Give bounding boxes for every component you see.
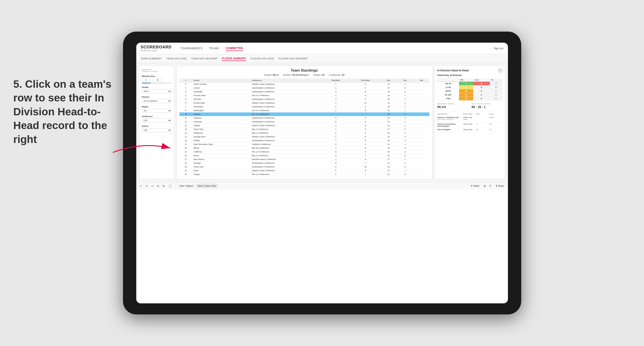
nav-items: TOURNAMENTS TEAMS COMMITTEE: [180, 45, 490, 51]
nav-teams[interactable]: TEAMS: [209, 46, 219, 51]
standings-row-18[interactable]: 18 Illinois Big Ten Conference 1 9 23 3: [180, 146, 430, 150]
region-select[interactable]: N/A: [142, 109, 172, 113]
h2h-row-26-50: 26-50 25 2 1: [437, 89, 502, 93]
tablet-screen: SCOREBOARD Powered by clippd TOURNAMENTS…: [136, 43, 508, 303]
school-select[interactable]: (All): [142, 128, 172, 132]
undo-btn[interactable]: ↩: [139, 184, 143, 188]
record-value: 86 - 26 - 1: [472, 105, 502, 109]
logo-text: SCOREBOARD: [141, 45, 172, 49]
standings-row-10[interactable]: 10 Alabama Southeastern Conference 5 8 2…: [180, 116, 430, 120]
h2h-col-tie: Tie: [490, 78, 502, 82]
min-rounds-max-input[interactable]: [153, 78, 162, 82]
col-rank: #: [180, 78, 192, 82]
division-label: Division: [142, 96, 172, 98]
standings-row-9[interactable]: 9 Arizona Pac-12 Conference 24 1: [180, 112, 430, 116]
subnav-team-summary[interactable]: TEAM SUMMARY: [141, 56, 162, 61]
tournament-row[interactable]: Jackson T. Stephens Cup Men's Match Play…: [437, 116, 502, 122]
toolbar-sep1: [175, 184, 176, 188]
top-nav: SCOREBOARD Powered by clippd TOURNAMENTS…: [136, 43, 508, 54]
standings-row-12[interactable]: 12 Virginia Atlantic Coast Conference 3 …: [180, 124, 430, 128]
standings-row-11[interactable]: 11 Arkansas Southeastern Conference 6 8 …: [180, 120, 430, 124]
col-reg-rank: Reg Rank: [322, 78, 350, 82]
standings-row-14[interactable]: 14 Oklahoma Big 12 Conference 5 8 24 2: [180, 131, 430, 135]
nav-committee[interactable]: COMMITTEE: [226, 45, 243, 51]
standings-row-13[interactable]: 13 Texas Tech Big 12 Conference 1 9 27 2: [180, 128, 430, 131]
standings-row-4[interactable]: 4 Arizona State Pac-12 Conference 4 9 26…: [180, 94, 430, 97]
logo-sub: Powered by clippd: [141, 49, 172, 52]
h2h-header: In Division Head-to-Head ✕: [437, 68, 502, 72]
redo-left-btn[interactable]: ↺: [145, 184, 149, 188]
rounds-slider[interactable]: [142, 83, 172, 84]
h2h-title: In Division Head-to-Head: [437, 69, 469, 72]
paste-btn[interactable]: ⊕: [162, 184, 166, 188]
standings-row-15[interactable]: 15 Georgia Tech Atlantic Coast Conferenc…: [180, 135, 430, 139]
arrow-graphic: [108, 139, 175, 158]
copy-btn[interactable]: ⧉: [156, 184, 160, 188]
h2h-col-win: Win: [459, 78, 474, 82]
h2h-col-loss: Loss: [473, 78, 490, 82]
col-school: School: [192, 78, 251, 82]
standings-row-25[interactable]: 25 Oregon Pac-12 Conference 5 7 21 0: [180, 173, 430, 176]
subnav-player-h2h-grid[interactable]: PLAYER H2H GRID: [251, 56, 274, 61]
standings-meta: Gender: Men's Division: NCAA Division I …: [180, 74, 430, 76]
tournament-table-header: Tournament Event Type Pos Score: [437, 113, 502, 115]
standings-row-22[interactable]: 22 Georgia Southeastern Conference 8 7 2…: [180, 161, 430, 165]
share-btn[interactable]: ⬆ Share: [494, 184, 505, 187]
tourn-col-pos: Pos: [476, 113, 489, 115]
redo-btn[interactable]: ↪: [150, 184, 154, 188]
subnav-player-summary[interactable]: PLAYER SUMMARY: [222, 56, 246, 61]
tourn-col-type: Event Type: [463, 113, 476, 115]
standings-row-20[interactable]: 20 Texas Big 12 Conference 3 7 20 0: [180, 154, 430, 158]
standings-table: # School Conference Reg Rank Conf Rank R…: [180, 78, 430, 176]
standings-row-5[interactable]: 5 Ole Miss Southeastern Conference 3 6 1…: [180, 97, 430, 101]
expand-btn[interactable]: ⇱: [488, 184, 492, 188]
h2h-breakdown-table: Win Loss Tie Top 10 3 13 0 11-25 11 8 0 …: [437, 78, 502, 101]
standings-row-21[interactable]: 21 New Mexico Mountain West Conference 1…: [180, 158, 430, 161]
conference-label: Conference: [142, 115, 172, 118]
tablet-frame: SCOREBOARD Powered by clippd TOURNAMENTS…: [123, 32, 521, 314]
gender-label: Gender: [142, 86, 172, 88]
subnav-team-h2h-grid[interactable]: TEAM H2H GRID: [166, 56, 187, 61]
gender-filter: Gender Men's Women's: [142, 86, 172, 93]
tournament-row[interactable]: Cabo Collegiate Stroke Play 11 17: [437, 128, 502, 132]
standings-row-23[interactable]: 23 Texas A&M Southeastern Conference 9 1…: [180, 165, 430, 169]
standings-row-1[interactable]: 1 North Carolina Atlantic Coast Conferen…: [180, 82, 430, 86]
col-tour: Tour: [397, 78, 414, 82]
standings-row-19[interactable]: 19 California Pac-12 Conference 4 8 24 2: [180, 150, 430, 154]
gender-select[interactable]: Men's Women's: [142, 89, 172, 93]
standings-row-17[interactable]: 17 East Tennessee State Southern Confere…: [180, 143, 430, 146]
save-custom-btn[interactable]: Save Custom View: [196, 184, 218, 188]
standings-row-3[interactable]: 3 Vanderbilt Southeastern Conference 2 8…: [180, 90, 430, 94]
content-wrapper: Update time: 27/03/2024 15:56:26 Minimum…: [136, 63, 508, 190]
min-rounds-input[interactable]: [142, 78, 151, 82]
standings-row-7[interactable]: 7 Tennessee Southeastern Conference 4 6 …: [180, 105, 430, 109]
division-filter: Division NCAA Division I: [142, 96, 172, 103]
standings-row-8[interactable]: 8 Washington Pac-12 Conference 2 8 23 1: [180, 109, 430, 112]
subnav-team-h2h-heatmap[interactable]: TEAM H2H HEATMAP: [191, 56, 218, 61]
division-select[interactable]: NCAA Division I: [142, 99, 172, 103]
subnav-player-h2h-heatmap[interactable]: PLAYER H2H HEATMAP: [278, 56, 308, 61]
h2h-school: University of Arizona: [437, 74, 502, 76]
watch-btn[interactable]: 👁 Watch: [469, 184, 481, 187]
h2h-row-11-25: 11-25 11 8 0: [437, 86, 502, 89]
conference-select[interactable]: (All): [142, 118, 172, 122]
tournament-row[interactable]: Arizona Thunderbirds Intercollegiate Str…: [437, 122, 502, 128]
standings-panel: Team Standings Gender: Men's Division: N…: [176, 66, 432, 179]
col-conference: Conference: [250, 78, 322, 82]
tournament-rows: Jackson T. Stephens Cup Men's Match Play…: [437, 116, 502, 132]
standings-row-24[interactable]: 24 Duke Atlantic Coast Conference 5 9 27…: [180, 169, 430, 173]
standings-row-16[interactable]: 16 Florida Southeastern Conference 7 9 2…: [180, 139, 430, 143]
region-filter: Region N/A: [142, 106, 172, 113]
clock-btn[interactable]: 🕐: [168, 184, 172, 188]
sub-nav: TEAM SUMMARY TEAM H2H GRID TEAM H2H HEAT…: [136, 54, 508, 63]
sign-out-btn[interactable]: Sign out: [490, 47, 503, 50]
filters-panel: Update time: 27/03/2024 15:56:26 Minimum…: [139, 66, 174, 179]
tourn-col-name: Tournament: [437, 113, 464, 115]
standings-row-2[interactable]: 2 Auburn Southeastern Conference 1 9 27 …: [180, 86, 430, 90]
h2h-row-51-100: 51-100 20 3 0: [437, 93, 502, 97]
nav-tournaments[interactable]: TOURNAMENTS: [180, 46, 203, 51]
view-original-btn[interactable]: View: Original: [178, 184, 194, 187]
h2h-close-btn[interactable]: ✕: [498, 68, 502, 72]
standings-row-6[interactable]: 6 Florida State Atlantic Coast Conferenc…: [180, 101, 430, 105]
share-icon-btn[interactable]: ⊞: [483, 184, 487, 188]
